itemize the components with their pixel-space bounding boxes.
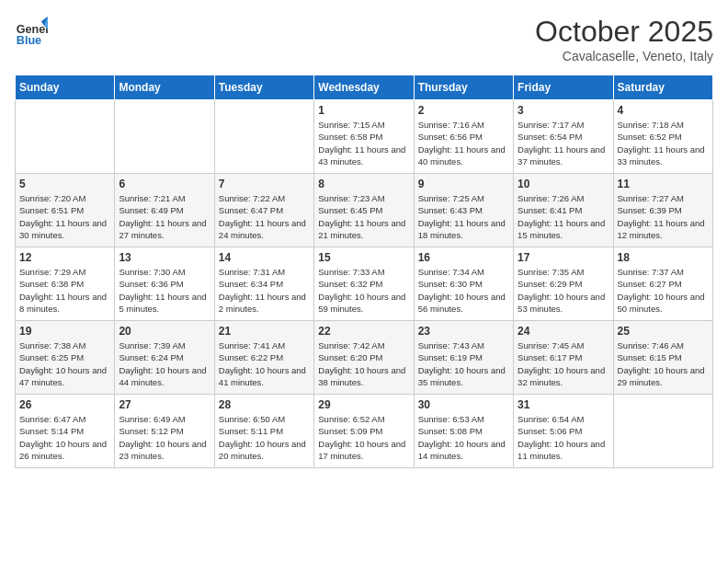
day-number: 17 [518, 251, 609, 264]
week-row-4: 19Sunrise: 7:38 AMSunset: 6:25 PMDayligh… [16, 321, 713, 395]
day-info: Sunrise: 7:25 AMSunset: 6:43 PMDaylight:… [418, 192, 509, 241]
day-number: 24 [518, 325, 609, 338]
day-number: 15 [318, 251, 409, 264]
day-number: 19 [19, 325, 110, 338]
day-number: 6 [119, 178, 210, 190]
calendar-cell: 14Sunrise: 7:31 AMSunset: 6:34 PMDayligh… [214, 247, 313, 321]
day-info: Sunrise: 7:42 AMSunset: 6:20 PMDaylight:… [318, 339, 409, 388]
calendar-cell: 23Sunrise: 7:43 AMSunset: 6:19 PMDayligh… [414, 321, 513, 395]
day-info: Sunrise: 6:54 AMSunset: 5:06 PMDaylight:… [518, 413, 609, 462]
day-number: 31 [518, 398, 609, 411]
calendar-cell: 29Sunrise: 6:52 AMSunset: 5:09 PMDayligh… [314, 395, 414, 468]
week-row-2: 5Sunrise: 7:20 AMSunset: 6:51 PMDaylight… [16, 174, 713, 247]
day-number: 10 [518, 178, 609, 190]
day-info: Sunrise: 7:27 AMSunset: 6:39 PMDaylight:… [618, 192, 709, 241]
calendar-cell: 31Sunrise: 6:54 AMSunset: 5:06 PMDayligh… [514, 395, 613, 468]
calendar-cell: 5Sunrise: 7:20 AMSunset: 6:51 PMDaylight… [16, 174, 115, 247]
day-number: 2 [418, 104, 509, 117]
day-number: 26 [19, 398, 110, 411]
day-info: Sunrise: 7:33 AMSunset: 6:32 PMDaylight:… [318, 266, 409, 315]
page-header: General Blue October 2025 Cavalcaselle, … [15, 15, 713, 63]
day-info: Sunrise: 6:49 AMSunset: 5:12 PMDaylight:… [119, 413, 210, 462]
calendar-cell: 7Sunrise: 7:22 AMSunset: 6:47 PMDaylight… [214, 174, 313, 247]
day-info: Sunrise: 7:35 AMSunset: 6:29 PMDaylight:… [518, 266, 609, 315]
day-info: Sunrise: 7:41 AMSunset: 6:22 PMDaylight:… [219, 339, 310, 388]
day-info: Sunrise: 7:37 AMSunset: 6:27 PMDaylight:… [618, 266, 709, 315]
weekday-header-wednesday: Wednesday [314, 75, 414, 100]
calendar-cell: 30Sunrise: 6:53 AMSunset: 5:08 PMDayligh… [414, 395, 513, 468]
weekday-header-saturday: Saturday [613, 75, 712, 100]
calendar-cell: 4Sunrise: 7:18 AMSunset: 6:52 PMDaylight… [613, 100, 712, 174]
day-number: 11 [618, 178, 709, 190]
day-number: 25 [618, 325, 709, 338]
day-info: Sunrise: 7:18 AMSunset: 6:52 PMDaylight:… [618, 119, 709, 167]
day-number: 9 [418, 178, 509, 190]
day-number: 8 [318, 178, 409, 190]
calendar-cell: 2Sunrise: 7:16 AMSunset: 6:56 PMDaylight… [414, 100, 513, 174]
calendar-cell: 15Sunrise: 7:33 AMSunset: 6:32 PMDayligh… [314, 247, 414, 321]
day-info: Sunrise: 7:20 AMSunset: 6:51 PMDaylight:… [19, 192, 110, 241]
day-info: Sunrise: 7:38 AMSunset: 6:25 PMDaylight:… [19, 339, 110, 388]
day-info: Sunrise: 7:26 AMSunset: 6:41 PMDaylight:… [518, 192, 609, 241]
calendar-cell [115, 100, 214, 174]
calendar-cell: 20Sunrise: 7:39 AMSunset: 6:24 PMDayligh… [115, 321, 214, 395]
day-info: Sunrise: 7:45 AMSunset: 6:17 PMDaylight:… [518, 339, 609, 388]
calendar-cell [613, 395, 712, 468]
day-number: 23 [418, 325, 509, 338]
day-number: 16 [418, 251, 509, 264]
calendar-cell: 11Sunrise: 7:27 AMSunset: 6:39 PMDayligh… [613, 174, 712, 247]
calendar-table: SundayMondayTuesdayWednesdayThursdayFrid… [15, 75, 713, 468]
calendar-cell: 21Sunrise: 7:41 AMSunset: 6:22 PMDayligh… [214, 321, 313, 395]
day-info: Sunrise: 7:21 AMSunset: 6:49 PMDaylight:… [119, 192, 210, 241]
day-number: 3 [518, 104, 609, 117]
calendar-cell: 22Sunrise: 7:42 AMSunset: 6:20 PMDayligh… [314, 321, 414, 395]
day-info: Sunrise: 7:31 AMSunset: 6:34 PMDaylight:… [219, 266, 310, 315]
calendar-cell: 24Sunrise: 7:45 AMSunset: 6:17 PMDayligh… [514, 321, 613, 395]
day-number: 13 [119, 251, 210, 264]
calendar-cell: 17Sunrise: 7:35 AMSunset: 6:29 PMDayligh… [514, 247, 613, 321]
title-block: October 2025 Cavalcaselle, Veneto, Italy [535, 15, 713, 63]
calendar-cell: 25Sunrise: 7:46 AMSunset: 6:15 PMDayligh… [613, 321, 712, 395]
calendar-cell: 12Sunrise: 7:29 AMSunset: 6:38 PMDayligh… [16, 247, 115, 321]
svg-text:Blue: Blue [17, 34, 41, 47]
day-info: Sunrise: 7:46 AMSunset: 6:15 PMDaylight:… [618, 339, 709, 388]
weekday-header-friday: Friday [514, 75, 613, 100]
day-info: Sunrise: 7:16 AMSunset: 6:56 PMDaylight:… [418, 119, 509, 167]
calendar-cell: 16Sunrise: 7:34 AMSunset: 6:30 PMDayligh… [414, 247, 513, 321]
weekday-header-thursday: Thursday [414, 75, 513, 100]
week-row-1: 1Sunrise: 7:15 AMSunset: 6:58 PMDaylight… [16, 100, 713, 174]
day-info: Sunrise: 7:30 AMSunset: 6:36 PMDaylight:… [119, 266, 210, 315]
day-number: 7 [219, 178, 310, 190]
calendar-cell: 19Sunrise: 7:38 AMSunset: 6:25 PMDayligh… [16, 321, 115, 395]
calendar-cell: 27Sunrise: 6:49 AMSunset: 5:12 PMDayligh… [115, 395, 214, 468]
day-number: 14 [219, 251, 310, 264]
day-info: Sunrise: 7:17 AMSunset: 6:54 PMDaylight:… [518, 119, 609, 167]
day-info: Sunrise: 7:22 AMSunset: 6:47 PMDaylight:… [219, 192, 310, 241]
day-info: Sunrise: 6:47 AMSunset: 5:14 PMDaylight:… [19, 413, 110, 462]
calendar-cell: 3Sunrise: 7:17 AMSunset: 6:54 PMDaylight… [514, 100, 613, 174]
weekday-header-monday: Monday [115, 75, 214, 100]
day-number: 29 [318, 398, 409, 411]
day-number: 4 [618, 104, 709, 117]
day-number: 12 [19, 251, 110, 264]
calendar-cell [214, 100, 313, 174]
day-number: 21 [219, 325, 310, 338]
week-row-5: 26Sunrise: 6:47 AMSunset: 5:14 PMDayligh… [16, 395, 713, 468]
day-info: Sunrise: 7:23 AMSunset: 6:45 PMDaylight:… [318, 192, 409, 241]
day-number: 20 [119, 325, 210, 338]
calendar-cell: 10Sunrise: 7:26 AMSunset: 6:41 PMDayligh… [514, 174, 613, 247]
day-info: Sunrise: 7:34 AMSunset: 6:30 PMDaylight:… [418, 266, 509, 315]
day-info: Sunrise: 6:50 AMSunset: 5:11 PMDaylight:… [219, 413, 310, 462]
day-number: 1 [318, 104, 409, 117]
calendar-cell: 28Sunrise: 6:50 AMSunset: 5:11 PMDayligh… [214, 395, 313, 468]
day-number: 22 [318, 325, 409, 338]
day-info: Sunrise: 6:52 AMSunset: 5:09 PMDaylight:… [318, 413, 409, 462]
calendar-cell: 13Sunrise: 7:30 AMSunset: 6:36 PMDayligh… [115, 247, 214, 321]
calendar-cell [16, 100, 115, 174]
logo-icon: General Blue [15, 15, 48, 48]
day-number: 5 [19, 178, 110, 190]
day-info: Sunrise: 7:15 AMSunset: 6:58 PMDaylight:… [318, 119, 409, 167]
calendar-cell: 8Sunrise: 7:23 AMSunset: 6:45 PMDaylight… [314, 174, 414, 247]
calendar-cell: 6Sunrise: 7:21 AMSunset: 6:49 PMDaylight… [115, 174, 214, 247]
weekday-header-row: SundayMondayTuesdayWednesdayThursdayFrid… [16, 75, 713, 100]
